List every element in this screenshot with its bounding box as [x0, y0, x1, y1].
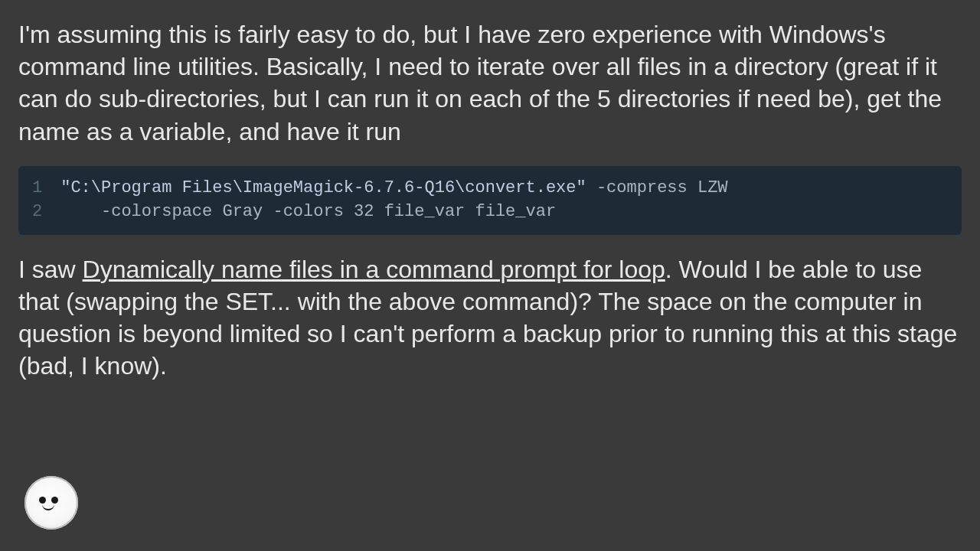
code-gutter: 1 2	[32, 177, 60, 224]
code-string: "C:\Program Files\ImageMagick-6.7.6-Q16\…	[60, 178, 586, 197]
paragraph-2: I saw Dynamically name files in a comman…	[18, 253, 962, 383]
code-text: -compress LZW	[586, 178, 738, 197]
assistant-avatar-icon	[24, 476, 78, 530]
code-block: 1 2 "C:\Program Files\ImageMagick-6.7.6-…	[18, 166, 962, 235]
code-content: "C:\Program Files\ImageMagick-6.7.6-Q16\…	[60, 177, 948, 224]
code-text: -colorspace Gray -colors 32 file_var fil…	[60, 202, 556, 221]
para2-pre: I saw	[18, 256, 83, 283]
question-body: I'm assuming this is fairly easy to do, …	[0, 0, 980, 382]
referenced-question-link[interactable]: Dynamically name files in a command prom…	[83, 256, 665, 283]
paragraph-1: I'm assuming this is fairly easy to do, …	[18, 18, 962, 148]
